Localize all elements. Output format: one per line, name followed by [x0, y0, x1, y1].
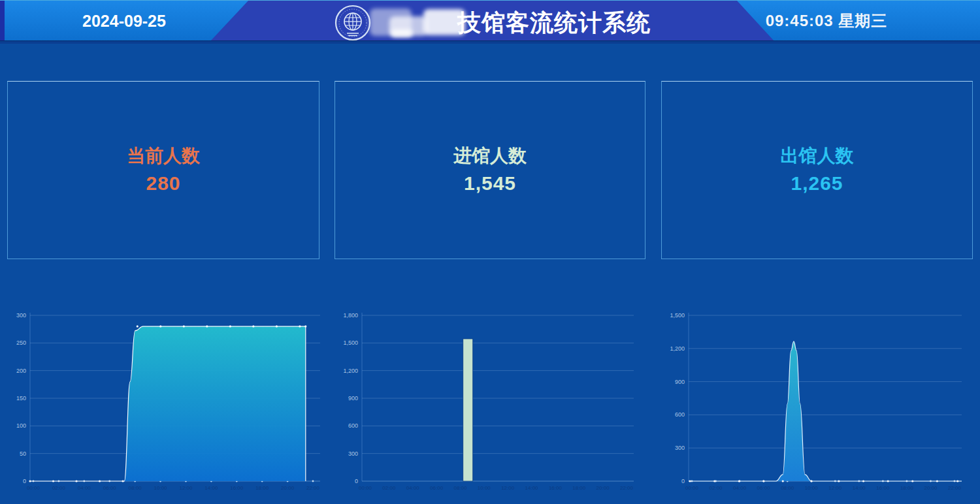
globe-emblem-icon	[334, 4, 372, 42]
series-marker	[811, 480, 813, 482]
chart-current-count-area: 05010015020025030000:0002:0004:0006:0008…	[5, 307, 331, 500]
svg-text:14:00: 14:00	[525, 485, 539, 491]
series-marker	[838, 480, 840, 482]
series-marker	[782, 480, 784, 482]
stat-value: 280	[146, 170, 180, 196]
svg-text:50: 50	[20, 450, 26, 457]
redaction-blur	[423, 9, 465, 35]
svg-text:08:00: 08:00	[129, 485, 142, 491]
svg-text:10:00: 10:00	[478, 485, 491, 491]
series-marker	[689, 480, 691, 482]
svg-text:20:00: 20:00	[596, 485, 610, 491]
series-marker	[122, 480, 123, 482]
svg-text:14:00: 14:00	[204, 485, 218, 491]
chart-exited-count-area: 03006009001,2001,50000:0002:0004:0006:00…	[664, 307, 972, 500]
series-marker	[52, 480, 54, 482]
stat-card-entered-count: 进馆人数 1,545	[335, 81, 645, 259]
svg-text:12:00: 12:00	[501, 485, 515, 491]
stat-label: 进馆人数	[453, 144, 527, 168]
svg-text:1,200: 1,200	[670, 345, 685, 352]
svg-text:10:00: 10:00	[805, 485, 819, 491]
svg-text:00:00: 00:00	[685, 485, 699, 491]
svg-text:06:00: 06:00	[103, 485, 117, 491]
svg-text:16:00: 16:00	[549, 485, 563, 491]
series-marker	[99, 480, 101, 482]
series-marker	[738, 480, 740, 482]
svg-text:22:00: 22:00	[948, 485, 962, 491]
stat-label: 出馆人数	[781, 144, 854, 168]
series-marker	[299, 325, 301, 327]
series-marker	[762, 480, 764, 482]
svg-text:1,500: 1,500	[343, 339, 358, 346]
svg-text:02:00: 02:00	[710, 485, 723, 491]
current-count-area-chart: 05010015020025030000:0002:0004:0006:0008…	[5, 307, 331, 500]
series-marker	[304, 325, 306, 327]
redaction-blur	[391, 29, 413, 37]
svg-text:18:00: 18:00	[572, 485, 586, 491]
svg-text:12:00: 12:00	[179, 485, 193, 491]
svg-text:12:00: 12:00	[828, 485, 842, 491]
svg-text:06:00: 06:00	[430, 485, 444, 491]
svg-text:150: 150	[16, 395, 26, 402]
svg-text:300: 300	[348, 450, 358, 457]
series-marker	[252, 325, 254, 327]
chart-entered-count-bar: 03006009001,2001,5001,80000:0002:0004:00…	[337, 307, 644, 500]
svg-text:02:00: 02:00	[382, 485, 396, 491]
series-marker	[75, 480, 77, 482]
svg-text:04:00: 04:00	[406, 485, 420, 491]
stat-card-current-count: 当前人数 280	[7, 81, 319, 259]
svg-text:04:00: 04:00	[78, 485, 91, 491]
series-marker	[887, 480, 889, 482]
exited-count-area-chart: 03006009001,2001,50000:0002:0004:0006:00…	[664, 307, 972, 500]
svg-text:00:00: 00:00	[27, 485, 41, 491]
svg-text:300: 300	[16, 312, 26, 319]
series-marker	[159, 325, 161, 327]
series-marker	[137, 325, 139, 327]
svg-text:600: 600	[675, 411, 685, 418]
svg-text:900: 900	[675, 379, 685, 385]
svg-text:16:00: 16:00	[876, 485, 890, 491]
series-marker	[956, 480, 958, 482]
svg-text:18:00: 18:00	[900, 485, 914, 491]
current-time: 09:45:03 星期三	[722, 1, 931, 41]
svg-text:08:00: 08:00	[453, 485, 467, 491]
svg-text:20:00: 20:00	[924, 485, 938, 491]
svg-text:06:00: 06:00	[757, 485, 771, 491]
svg-text:00:00: 00:00	[359, 485, 372, 491]
header-divider	[0, 40, 980, 44]
header-bar: 2024-09-25 技馆客流统计系统 09:45:03 星期三	[0, 0, 980, 40]
svg-text:0: 0	[355, 478, 358, 484]
svg-text:900: 900	[348, 395, 358, 402]
svg-text:02:00: 02:00	[52, 485, 66, 491]
series-marker	[206, 325, 208, 327]
svg-text:200: 200	[16, 368, 26, 374]
svg-text:14:00: 14:00	[853, 485, 866, 491]
bar-series	[463, 339, 473, 481]
series-marker	[936, 480, 938, 482]
svg-text:0: 0	[681, 478, 685, 484]
page-title: 技馆客流统计系统	[457, 7, 651, 39]
svg-text:10:00: 10:00	[154, 485, 168, 491]
svg-text:22:00: 22:00	[620, 485, 634, 491]
stat-card-exited-count: 出馆人数 1,265	[661, 81, 973, 259]
svg-text:20:00: 20:00	[281, 485, 295, 491]
svg-text:0: 0	[23, 478, 26, 484]
area-series-fill	[689, 341, 962, 481]
stat-value: 1,265	[791, 170, 843, 196]
svg-text:22:00: 22:00	[306, 485, 320, 491]
svg-text:1,200: 1,200	[343, 368, 358, 374]
svg-text:18:00: 18:00	[255, 485, 269, 491]
stat-value: 1,545	[464, 170, 516, 196]
svg-text:04:00: 04:00	[733, 485, 747, 491]
svg-text:1,800: 1,800	[343, 312, 358, 319]
series-marker	[911, 480, 913, 482]
svg-text:300: 300	[675, 445, 685, 451]
series-marker	[862, 480, 864, 482]
series-marker	[229, 325, 231, 327]
svg-text:600: 600	[348, 422, 358, 429]
current-date: 2024-09-25	[39, 1, 209, 41]
svg-text:08:00: 08:00	[781, 485, 794, 491]
svg-text:16:00: 16:00	[230, 485, 244, 491]
svg-text:250: 250	[16, 339, 26, 346]
svg-text:1,500: 1,500	[670, 312, 685, 319]
